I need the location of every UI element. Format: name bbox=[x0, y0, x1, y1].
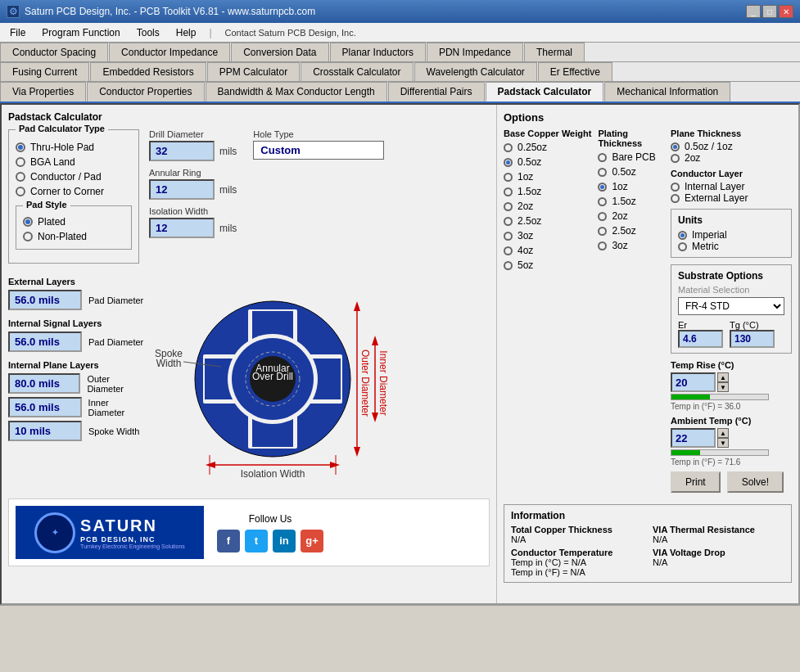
pad-diagram-container: Outer Diameter Inner Diameter Isolation … bbox=[154, 277, 490, 492]
temp-rise-progress bbox=[671, 394, 769, 400]
radio-corner-to-corner[interactable]: Corner to Corner bbox=[16, 186, 132, 197]
social-linkedin[interactable]: in bbox=[273, 530, 296, 552]
tab-conductor-spacing[interactable]: Conductor Spacing bbox=[0, 43, 108, 61]
tab-conductor-impedance[interactable]: Conductor Impedance bbox=[109, 43, 230, 61]
outer-diameter-value: 80.0 mils bbox=[8, 373, 80, 394]
tab-embedded-resistors[interactable]: Embedded Resistors bbox=[90, 62, 206, 81]
inner-diameter-value: 56.0 mils bbox=[8, 397, 82, 417]
unit-imperial[interactable]: Imperial bbox=[678, 229, 784, 241]
bcp-3oz-ind bbox=[504, 232, 513, 241]
pt-2oz[interactable]: 2oz bbox=[598, 210, 664, 222]
pad-type-radio-group: Thru-Hole Pad BGA Land Conductor / Pad C… bbox=[16, 142, 132, 197]
pth-05-1oz[interactable]: 0.5oz / 1oz bbox=[671, 141, 792, 152]
radio-bga[interactable]: BGA Land bbox=[16, 156, 132, 168]
print-button[interactable]: Print bbox=[671, 471, 721, 493]
temp-rise-up[interactable]: ▲ bbox=[717, 372, 729, 382]
hole-type-select[interactable]: Custom Standard Metric bbox=[253, 141, 384, 160]
temp-rise-input[interactable] bbox=[671, 372, 716, 392]
material-select[interactable]: FR-4 STD bbox=[678, 297, 784, 315]
bcp-25oz[interactable]: 2.5oz bbox=[504, 215, 591, 227]
bcp-05oz[interactable]: 0.5oz bbox=[504, 156, 591, 168]
radio-plated[interactable]: Plated bbox=[23, 216, 124, 228]
tab-conversion-data[interactable]: Conversion Data bbox=[231, 43, 328, 61]
cl-external[interactable]: External Layer bbox=[671, 192, 792, 204]
internal-signal-pad-diameter: 56.0 mils bbox=[8, 331, 82, 352]
bcp-1oz[interactable]: 1oz bbox=[504, 171, 591, 183]
pt-bare[interactable]: Bare PCB bbox=[598, 151, 664, 163]
tab-thermal[interactable]: Thermal bbox=[524, 43, 585, 61]
solve-button[interactable]: Solve! bbox=[727, 471, 784, 493]
unit-metric[interactable]: Metric bbox=[678, 241, 784, 252]
menu-file[interactable]: File bbox=[3, 25, 32, 40]
annular-ring-label: Annular Ring bbox=[149, 168, 490, 178]
svg-marker-16 bbox=[372, 413, 378, 422]
pt-05oz[interactable]: 0.5oz bbox=[598, 166, 664, 178]
tg-input[interactable] bbox=[730, 330, 775, 348]
close-button[interactable]: ✕ bbox=[779, 5, 793, 18]
tab-crosstalk[interactable]: Crosstalk Calculator bbox=[301, 62, 413, 81]
pad-style-radio-group: Plated Non-Plated bbox=[23, 216, 124, 242]
pad-style-label: Pad Style bbox=[23, 200, 70, 210]
right-sub-panel: Plating Thickness Bare PCB 0.5oz 1oz 1.5… bbox=[598, 129, 792, 499]
tab-fusing-current[interactable]: Fusing Current bbox=[0, 62, 89, 81]
radio-thruhole[interactable]: Thru-Hole Pad bbox=[16, 142, 132, 153]
tab-differential-pairs[interactable]: Differential Pairs bbox=[388, 82, 485, 101]
tab-planar-inductors[interactable]: Planar Inductors bbox=[330, 43, 426, 61]
minimize-button[interactable]: _ bbox=[746, 5, 761, 18]
radio-corner-indicator bbox=[16, 187, 25, 196]
social-googleplus[interactable]: g+ bbox=[301, 530, 323, 552]
bcp-025oz[interactable]: 0.25oz bbox=[504, 142, 591, 153]
ambient-down[interactable]: ▼ bbox=[717, 438, 729, 448]
er-input[interactable] bbox=[678, 330, 723, 348]
tab-wavelength[interactable]: Wavelength Calculator bbox=[414, 62, 537, 81]
tab-mechanical-info[interactable]: Mechanical Information bbox=[604, 82, 730, 101]
ambient-up[interactable]: ▲ bbox=[717, 428, 729, 438]
radio-non-plated[interactable]: Non-Plated bbox=[23, 231, 124, 242]
svg-marker-18 bbox=[206, 462, 215, 468]
bcp-15oz[interactable]: 1.5oz bbox=[504, 186, 591, 197]
pth-2oz[interactable]: 2oz bbox=[671, 152, 792, 164]
hole-type-group: Hole Type Custom Standard Metric bbox=[253, 129, 384, 161]
pt-1oz[interactable]: 1oz bbox=[598, 181, 664, 192]
bcp-2oz[interactable]: 2oz bbox=[504, 201, 591, 212]
right-panel: Options Base Copper Weight 0.25oz 0.5oz … bbox=[497, 105, 798, 603]
tab-bandwidth[interactable]: Bandwidth & Max Conductor Length bbox=[206, 82, 387, 101]
menu-help[interactable]: Help bbox=[169, 25, 203, 40]
er-label: Er bbox=[678, 320, 723, 330]
pt-25oz[interactable]: 2.5oz bbox=[598, 225, 664, 237]
drill-diameter-input[interactable]: 32 bbox=[149, 141, 215, 161]
bcp-4oz[interactable]: 4oz bbox=[504, 245, 591, 256]
conductor-temp-line2: Temp in (°F) = N/A bbox=[511, 567, 643, 577]
internal-signal-label: Internal Signal Layers bbox=[8, 318, 147, 328]
social-twitter[interactable]: t bbox=[245, 530, 268, 552]
ambient-temp-input[interactable] bbox=[671, 428, 716, 448]
temp-rise-down[interactable]: ▼ bbox=[717, 382, 729, 392]
pt-15oz[interactable]: 1.5oz bbox=[598, 196, 664, 207]
tab-ppm-calculator[interactable]: PPM Calculator bbox=[207, 62, 300, 81]
tab-via-properties[interactable]: Via Properties bbox=[0, 82, 86, 101]
tab-padstack-calculator[interactable]: Padstack Calculator bbox=[486, 82, 604, 101]
radio-conductor-pad[interactable]: Conductor / Pad bbox=[16, 171, 132, 183]
annular-ring-input[interactable]: 12 bbox=[149, 179, 215, 200]
social-icons: f t in g+ bbox=[217, 530, 323, 552]
outer-diam-svg-label: Outer Diameter bbox=[359, 350, 371, 417]
tab-pdn-impedance[interactable]: PDN Impedance bbox=[427, 43, 523, 61]
bcp-5oz[interactable]: 5oz bbox=[504, 259, 591, 271]
tab-er-effective[interactable]: Er Effective bbox=[538, 62, 612, 81]
isolation-width-input[interactable]: 12 bbox=[149, 218, 215, 238]
ambient-temp-group: Ambient Temp (°C) ▲ ▼ bbox=[671, 416, 792, 467]
pad-style-group: Pad Style Plated Non-Plated bbox=[16, 205, 132, 250]
menu-program-function[interactable]: Program Function bbox=[35, 25, 126, 40]
tab-conductor-properties[interactable]: Conductor Properties bbox=[87, 82, 204, 101]
pt-3oz[interactable]: 3oz bbox=[598, 240, 664, 251]
cl-internal[interactable]: Internal Layer bbox=[671, 181, 792, 192]
social-facebook[interactable]: f bbox=[217, 530, 240, 552]
menu-contact[interactable]: Contact Saturn PCB Design, Inc. bbox=[219, 26, 363, 39]
menu-tools[interactable]: Tools bbox=[130, 25, 166, 40]
status-bar bbox=[0, 605, 800, 621]
internal-plane-label: Internal Plane Layers bbox=[8, 360, 147, 370]
bcp-3oz[interactable]: 3oz bbox=[504, 230, 591, 241]
logo-tagline: Turnkey Electronic Engineering Solutions bbox=[80, 543, 185, 549]
maximize-button[interactable]: □ bbox=[762, 5, 777, 18]
plating-thickness-group: Plating Thickness Bare PCB 0.5oz 1oz 1.5… bbox=[598, 129, 664, 499]
